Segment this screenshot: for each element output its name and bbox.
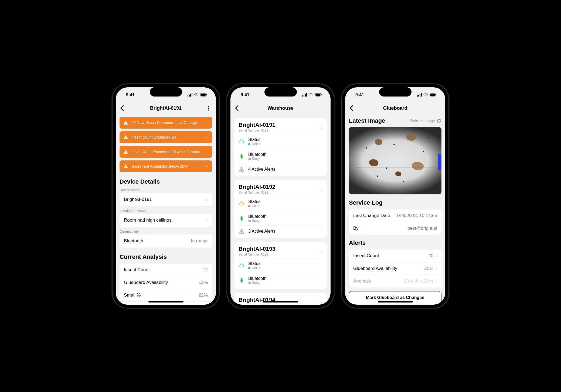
chevron-left-icon: [120, 105, 124, 111]
service-log-row: By pest@bright.ai: [349, 222, 441, 235]
service-log-row: Last Change Date 1/29/2023, 10:14am: [349, 209, 441, 222]
battery-icon: [315, 93, 322, 97]
status-value: Online: [252, 142, 261, 146]
image-detail: [438, 154, 441, 170]
refresh-button[interactable]: Refresh Image: [410, 118, 441, 123]
analysis-label: Small %: [124, 293, 141, 298]
image-detail: [377, 176, 378, 177]
svg-rect-9: [315, 94, 320, 96]
device-card[interactable]: BrightAI-0192 Serial Number: 0192 › Stat…: [234, 180, 327, 238]
device-bluetooth-row: Bluetooth In Range: [239, 211, 322, 226]
svg-rect-16: [430, 94, 435, 96]
analysis-label: Glueboard Availability: [124, 280, 168, 285]
page-title: BrightAI-0191: [150, 105, 182, 111]
alert-label: Glueboard Availability: [353, 266, 397, 271]
alert-item[interactable]: 20 Days Since Glueboard Last Change →: [120, 117, 212, 129]
bluetooth-icon: [239, 216, 244, 221]
status-time: 9:41: [126, 92, 135, 97]
chevron-right-icon: →: [205, 150, 208, 154]
page-title: Warehouse: [267, 105, 293, 111]
more-button[interactable]: [206, 105, 211, 111]
notch: [150, 87, 182, 97]
home-indicator[interactable]: [148, 301, 183, 302]
chevron-right-icon: ›: [321, 125, 322, 130]
chevron-right-icon: ›: [436, 266, 437, 271]
chevron-right-icon: →: [205, 164, 208, 169]
status-value: Online: [252, 266, 261, 270]
warning-icon: [123, 164, 128, 169]
alert-setting-row[interactable]: Glueboard Availability 20%›: [349, 262, 441, 275]
bluetooth-label: Bluetooth: [248, 152, 267, 157]
device-card[interactable]: BrightAI-0193 Serial Number: 0193 › Stat…: [234, 242, 327, 289]
svg-point-12: [241, 170, 242, 171]
latest-image-heading: Latest Image: [349, 117, 385, 124]
connectivity-field[interactable]: Bluetooth In range: [120, 235, 212, 247]
bluetooth-label: Bluetooth: [248, 214, 267, 219]
svg-point-5: [208, 109, 209, 111]
phone-glueboard: 9:41 Glueboard Latest Image Refresh Imag…: [342, 84, 448, 308]
status-dot-icon: [248, 143, 250, 145]
analysis-value: 12%: [199, 280, 208, 285]
alert-setting-row[interactable]: Anomaly 20 within 2 hrs›: [349, 275, 441, 287]
connectivity-value: Bluetooth: [124, 238, 143, 244]
device-card[interactable]: BrightAI-0191 Serial Number: 0191 › Stat…: [234, 118, 327, 176]
bluetooth-icon: [239, 154, 244, 159]
bluetooth-icon: [239, 278, 244, 283]
alert-item[interactable]: Insect Count Exceeded 20 within 2 hours …: [120, 146, 212, 158]
status-dot-icon: [248, 267, 250, 269]
home-indicator[interactable]: [263, 301, 298, 302]
device-details-heading: Device Details: [120, 178, 212, 185]
image-detail: [369, 159, 378, 166]
connectivity-label: Connectivity: [120, 229, 212, 233]
battery-icon: [430, 93, 437, 97]
bluetooth-value: In Range: [248, 219, 267, 223]
image-detail: [395, 171, 401, 176]
svg-rect-1: [201, 94, 206, 96]
service-log-heading: Service Log: [349, 199, 441, 206]
home-indicator[interactable]: [378, 301, 413, 302]
alert-text: Insect Count Exceeded 20: [131, 135, 176, 139]
by-label: By: [353, 226, 359, 231]
analysis-label: Insect Count: [124, 267, 149, 273]
svg-rect-13: [241, 231, 242, 232]
svg-point-4: [208, 108, 209, 109]
alert-item[interactable]: Insect Count Exceeded 20 →: [120, 131, 212, 143]
device-serial: Serial Number: 0191: [239, 129, 276, 132]
svg-rect-2: [206, 94, 207, 95]
status-dot-icon: [248, 205, 250, 207]
refresh-label: Refresh Image: [410, 119, 435, 123]
device-bluetooth-row: Bluetooth In Range: [239, 273, 322, 289]
chevron-right-icon: ›: [206, 218, 208, 223]
chevron-right-icon: ›: [321, 187, 322, 192]
alert-item[interactable]: Glueboard Availability Below 20% →: [120, 160, 212, 172]
cloud-icon: [239, 263, 244, 268]
glueboard-image[interactable]: [349, 127, 441, 194]
device-name: BrightAI-0193: [239, 246, 276, 252]
alerts-heading: Alerts: [349, 239, 441, 246]
alerts-count: 4 Active Alerts: [248, 167, 276, 172]
alert-text: Glueboard Availability Below 20%: [131, 164, 188, 169]
image-detail: [366, 147, 367, 149]
refresh-icon: [437, 118, 441, 123]
svg-point-3: [208, 106, 209, 107]
alert-setting-row[interactable]: Insect Count 20›: [349, 250, 441, 262]
device-name-label: Device Name: [120, 188, 212, 192]
back-button[interactable]: [119, 105, 125, 111]
nav-bar: Glueboard: [345, 102, 445, 114]
back-button[interactable]: [234, 105, 240, 111]
image-detail: [393, 144, 395, 145]
chevron-right-icon: ›: [321, 249, 322, 254]
install-notes-field[interactable]: Room had high ceilings. ›: [120, 214, 212, 227]
chevron-left-icon: [235, 105, 239, 111]
device-name-field[interactable]: BrightAI-0191 ›: [120, 193, 212, 206]
device-card[interactable]: BrightAI-0194 Serial Number: 0194 ›: [234, 293, 327, 305]
analysis-heading: Current Analysis: [120, 253, 212, 260]
alerts-card: Insect Count 20› Glueboard Availability …: [349, 250, 441, 287]
connectivity-status: In range: [191, 238, 208, 244]
status-label: Status: [248, 137, 261, 142]
image-detail: [403, 181, 404, 182]
page-title: Glueboard: [383, 105, 407, 111]
back-button[interactable]: [348, 105, 354, 111]
image-detail: [386, 167, 387, 169]
analysis-row: Small % 22%: [120, 289, 212, 302]
